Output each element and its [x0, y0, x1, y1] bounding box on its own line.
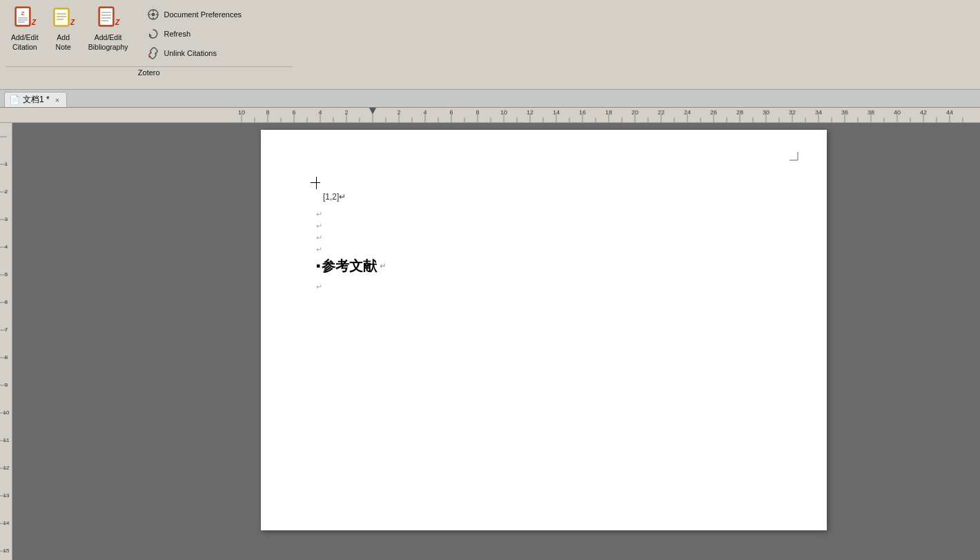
- zotero-toolbar-section: Z Z Add/Edit Citation: [0, 0, 298, 89]
- add-note-label: Add Note: [56, 33, 71, 52]
- add-edit-bibliography-label: Add/Edit Bibliography: [88, 33, 128, 52]
- add-edit-citation-label: Add/Edit Citation: [11, 33, 39, 52]
- svg-marker-26: [149, 33, 152, 37]
- post-heading-line: ↵: [316, 282, 772, 291]
- zotero-small-buttons: Document Preferences Refresh: [141, 6, 293, 62]
- para-mark-2: ↵: [316, 222, 772, 231]
- zotero-top-row: Z Z Add/Edit Citation: [6, 3, 293, 65]
- tab-bar: 📄 文档1 * ×: [0, 90, 980, 108]
- document-preferences-label: Document Preferences: [164, 10, 242, 19]
- zotero-big-buttons: Z Z Add/Edit Citation: [6, 3, 134, 65]
- document-area[interactable]: [1,2]↵ ↵ ↵ ↵ ↵ ▪ 参考文献 ↵ ↵: [12, 123, 980, 560]
- add-edit-citation-button[interactable]: Z Z Add/Edit Citation: [6, 3, 44, 65]
- tab-document-icon: 📄: [9, 95, 20, 105]
- para-mark-3: ↵: [316, 233, 772, 242]
- svg-text:Z: Z: [70, 19, 75, 26]
- paragraph-line-3: ↵: [316, 233, 772, 242]
- document-tab[interactable]: 📄 文档1 * ×: [4, 92, 67, 107]
- refresh-icon: [146, 27, 160, 41]
- unlink-citations-label: Unlink Citations: [164, 49, 217, 57]
- main-area: [1,2]↵ ↵ ↵ ↵ ↵ ▪ 参考文献 ↵ ↵: [0, 123, 980, 560]
- vertical-ruler: [0, 123, 12, 560]
- post-heading-mark: ↵: [316, 282, 772, 291]
- refresh-label: Refresh: [164, 30, 191, 38]
- add-note-button[interactable]: Z Add Note: [46, 3, 81, 65]
- svg-text:Z: Z: [21, 10, 24, 17]
- add-edit-citation-icon: Z Z: [12, 6, 37, 30]
- svg-rect-8: [55, 10, 68, 25]
- cursor-crosshair-h: [311, 182, 320, 183]
- unlink-citations-icon: [146, 46, 160, 60]
- ruler-canvas: [0, 108, 980, 122]
- svg-text:Z: Z: [115, 19, 120, 26]
- paragraph-line-2: ↵: [316, 222, 772, 231]
- horizontal-ruler: [0, 108, 980, 123]
- paragraph-line-4: ↵: [316, 245, 772, 254]
- page-corner-cursor: [788, 151, 799, 166]
- citation-text: [1,2]↵: [323, 192, 346, 202]
- heading-text: 参考文献: [322, 257, 377, 276]
- refresh-button[interactable]: Refresh: [141, 25, 293, 43]
- para-mark-1: ↵: [316, 210, 772, 219]
- paragraph-line-1: ↵: [316, 210, 772, 219]
- svg-point-21: [151, 13, 155, 17]
- add-note-icon: Z: [51, 6, 76, 30]
- para-mark-4: ↵: [316, 245, 772, 254]
- unlink-citations-button[interactable]: Unlink Citations: [141, 44, 293, 62]
- document-preferences-icon: [146, 8, 160, 21]
- bullet-mark: ▪: [316, 259, 320, 273]
- document-preferences-button[interactable]: Document Preferences: [141, 6, 293, 23]
- toolbar: Z Z Add/Edit Citation: [0, 0, 980, 90]
- heading-return: ↵: [380, 262, 386, 271]
- tab-label: 文档1 *: [23, 94, 50, 106]
- zotero-section-label: Zotero: [6, 66, 293, 77]
- add-edit-bibliography-icon: Z: [96, 6, 121, 30]
- document-page[interactable]: [1,2]↵ ↵ ↵ ↵ ↵ ▪ 参考文献 ↵ ↵: [261, 130, 827, 530]
- vertical-ruler-canvas: [0, 123, 12, 560]
- tab-close-button[interactable]: ×: [55, 96, 59, 104]
- citation-reference: [1,2]↵: [323, 192, 778, 202]
- section-heading: ▪ 参考文献 ↵: [316, 257, 772, 276]
- add-edit-bibliography-button[interactable]: Z Add/Edit Bibliography: [83, 3, 134, 65]
- text-cursor: [316, 177, 317, 189]
- svg-text:Z: Z: [31, 19, 37, 26]
- svg-rect-14: [100, 8, 112, 25]
